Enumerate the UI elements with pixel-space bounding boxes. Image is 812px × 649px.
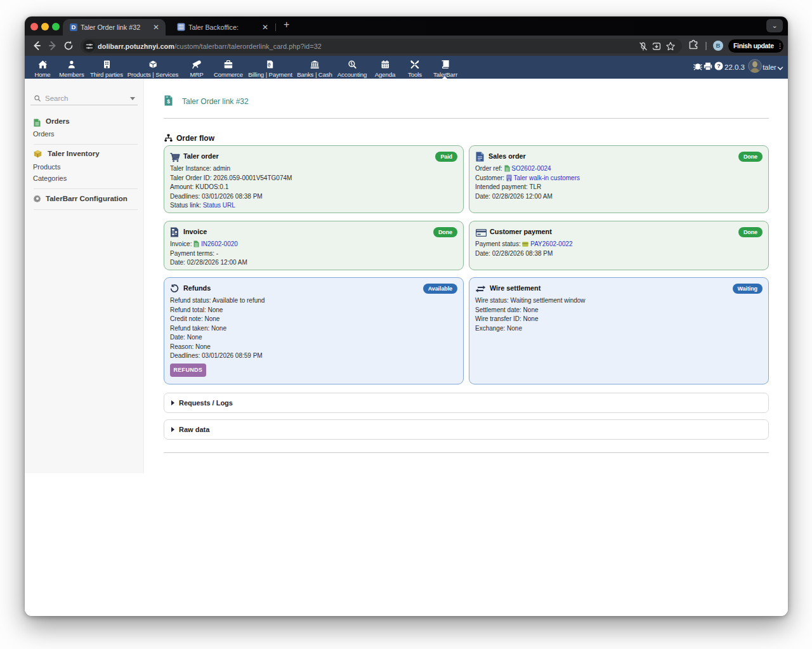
svg-text:$: $ bbox=[167, 98, 170, 105]
svg-text:?: ? bbox=[717, 62, 721, 69]
